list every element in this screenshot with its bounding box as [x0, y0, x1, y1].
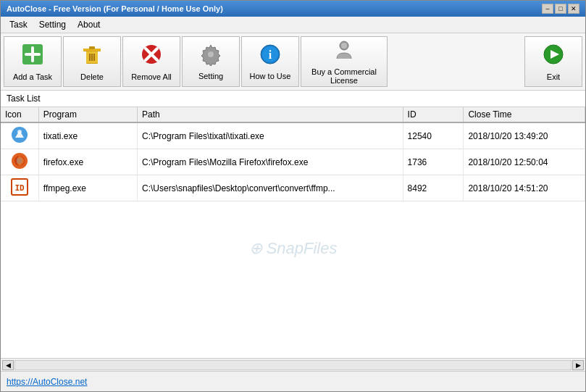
- delete-label: Delete: [80, 72, 104, 81]
- program-path-cell: C:\Users\snapfiles\Desktop\convert\conve…: [138, 175, 403, 201]
- svg-point-20: [341, 43, 347, 49]
- watermark: ⊕ SnapFiles: [249, 239, 338, 258]
- menu-about[interactable]: About: [72, 18, 106, 31]
- status-bar: https://AutoClose.net: [1, 371, 585, 391]
- exit-label: Exit: [547, 72, 560, 81]
- exit-button[interactable]: Exit: [524, 36, 582, 87]
- add-task-icon: [21, 43, 44, 70]
- process-id-cell: 8492: [403, 175, 464, 201]
- content-area: Task List Icon Program Path ID Close Tim…: [1, 91, 585, 358]
- program-icon-cell: ID: [1, 175, 38, 201]
- window-title: AutoClose - Free Version (For Personal /…: [7, 4, 223, 13]
- program-name-cell: firefox.exe: [38, 149, 137, 175]
- buy-license-icon: [332, 38, 356, 64]
- close-time-cell: 2018/10/20 14:51:20: [464, 175, 585, 201]
- setting-label: Setting: [198, 72, 223, 80]
- setting-icon: [199, 43, 222, 69]
- col-header-path: Path: [138, 107, 403, 122]
- task-table: Icon Program Path ID Close Time tixati.e…: [1, 107, 585, 201]
- main-window: AutoClose - Free Version (For Personal /…: [0, 0, 586, 392]
- add-task-label: Add a Task: [13, 72, 52, 81]
- buy-license-button[interactable]: Buy a Commercial License: [301, 36, 388, 87]
- svg-point-15: [208, 51, 214, 57]
- how-to-use-button[interactable]: i How to Use: [241, 36, 299, 87]
- table-row[interactable]: ID ffmpeg.exeC:\Users\snapfiles\Desktop\…: [1, 175, 585, 201]
- exit-icon: [542, 43, 565, 70]
- how-to-use-icon: i: [259, 43, 282, 69]
- add-task-button[interactable]: Add a Task: [4, 36, 62, 87]
- delete-button[interactable]: Delete: [63, 36, 121, 87]
- program-icon-cell: [1, 149, 38, 175]
- delete-icon: [80, 43, 104, 70]
- program-path-cell: C:\Program Files\Mozilla Firefox\firefox…: [138, 149, 403, 175]
- minimize-button[interactable]: –: [542, 4, 553, 14]
- horizontal-scrollbar[interactable]: ◀ ▶: [1, 358, 585, 371]
- svg-point-24: [17, 130, 22, 134]
- menu-task[interactable]: Task: [4, 18, 33, 31]
- process-id-cell: 1736: [403, 149, 464, 175]
- website-link[interactable]: https://AutoClose.net: [7, 377, 87, 387]
- close-time-cell: 2018/10/20 13:49:20: [464, 122, 585, 149]
- program-name-cell: tixati.exe: [38, 122, 137, 149]
- remove-all-button[interactable]: Remove All: [122, 36, 180, 87]
- col-header-icon: Icon: [1, 107, 38, 122]
- task-list-label: Task List: [1, 91, 585, 107]
- svg-rect-10: [89, 46, 95, 49]
- scroll-left-button[interactable]: ◀: [2, 360, 14, 370]
- table-row[interactable]: firefox.exeC:\Program Files\Mozilla Fire…: [1, 149, 585, 175]
- table-container: Icon Program Path ID Close Time tixati.e…: [1, 107, 585, 358]
- svg-text:i: i: [269, 49, 272, 61]
- scroll-right-button[interactable]: ▶: [572, 360, 584, 370]
- close-button[interactable]: ✕: [568, 4, 579, 14]
- program-path-cell: C:\Program Files\tixati\tixati.exe: [138, 122, 403, 149]
- remove-all-icon: [140, 43, 163, 70]
- window-controls: – □ ✕: [542, 4, 579, 14]
- maximize-button[interactable]: □: [555, 4, 566, 14]
- how-to-use-label: How to Use: [250, 72, 291, 80]
- scroll-track[interactable]: [14, 360, 572, 370]
- col-header-close-time: Close Time: [464, 107, 585, 122]
- table-row[interactable]: tixati.exeC:\Program Files\tixati\tixati…: [1, 122, 585, 149]
- col-header-id: ID: [403, 107, 464, 122]
- process-id-cell: 12540: [403, 122, 464, 149]
- toolbar: Add a Task Delete: [1, 33, 585, 91]
- col-header-program: Program: [38, 107, 137, 122]
- program-name-cell: ffmpeg.exe: [38, 175, 137, 201]
- program-icon-cell: [1, 122, 38, 149]
- menu-setting[interactable]: Setting: [33, 18, 72, 31]
- setting-button[interactable]: Setting: [182, 36, 240, 87]
- svg-text:ID: ID: [14, 183, 25, 193]
- remove-all-label: Remove All: [131, 72, 172, 81]
- menu-bar: Task Setting About: [1, 17, 585, 33]
- close-time-cell: 2018/10/20 12:50:04: [464, 149, 585, 175]
- title-bar: AutoClose - Free Version (For Personal /…: [1, 1, 585, 17]
- table-header-row: Icon Program Path ID Close Time: [1, 107, 585, 122]
- buy-license-label: Buy a Commercial License: [304, 67, 384, 85]
